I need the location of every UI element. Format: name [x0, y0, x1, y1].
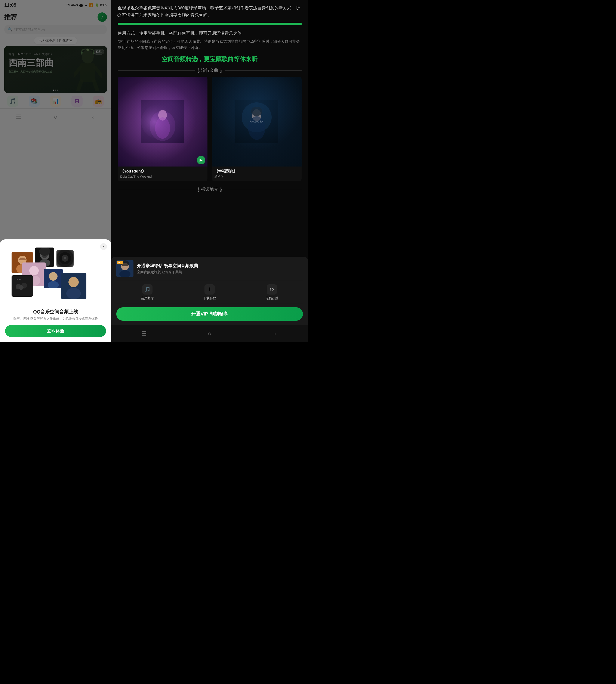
song-cards-row: ▶ 《You Right》 Doja Cat/The Weeknd [118, 77, 302, 181]
song-title-2: 《幸福预兆》 [214, 169, 299, 174]
modal-cta-button[interactable]: 立即体验 [5, 325, 106, 337]
green-divider-bar [118, 23, 302, 25]
section1-title-text: 流行金曲 [201, 68, 218, 73]
svg-text:2CELLOS: 2CELLOS [15, 279, 22, 280]
nav-home-right[interactable]: ○ [203, 327, 216, 340]
song-card-1-image: ▶ [118, 77, 207, 166]
section1-title: 𝄞 流行金曲 𝄞 [197, 68, 222, 73]
svg-point-35 [155, 117, 170, 139]
song-card-2[interactable]: longing for 《幸福预兆》 杨丞琳 [212, 77, 302, 181]
song-card-1[interactable]: ▶ 《You Right》 Doja Cat/The Weeknd [118, 77, 207, 181]
spatial-heading: 空间音频精选，更宝藏歌曲等你来听 [118, 55, 302, 63]
song-title-1: 《You Right》 [120, 169, 205, 174]
song-card-2-info: 《幸福预兆》 杨丞琳 [212, 166, 302, 181]
section-line-right [225, 70, 302, 71]
you-right-art [118, 100, 207, 143]
vip-badge: VIP [117, 261, 123, 265]
svg-point-37 [242, 102, 272, 132]
vip-album-thumbnail: VIP [116, 260, 133, 277]
download-privilege-label: 下载特权 [203, 296, 216, 300]
modal-collage: 2CELLOS [5, 245, 106, 305]
music-note-right: 𝄞 [219, 68, 222, 73]
modal-subtitle: 猫王、席琳·狄翁等经典之作重录，为你带来沉浸式音乐体验 [5, 317, 106, 321]
music-note-2-right: 𝄞 [219, 187, 222, 192]
usage-text: 使用方式：使用智能手机，搭配任何耳机，即可开启沉浸音乐之旅。 [118, 29, 302, 37]
right-panel: ‹ 至现场观众等各色声音均可收入360度球形声场，赋予艺术家和创作者表达自身创意… [111, 0, 308, 342]
vip-feature-2: ⬇ 下载特权 [203, 284, 216, 300]
vip-bottom-sheet: VIP 开通豪华绿钻 畅享空间音频歌曲 空间音频定制版 让你身临其境 🎵 会员曲… [111, 257, 308, 325]
modal-cta-label: 立即体验 [47, 328, 64, 333]
svg-point-40 [251, 107, 262, 116]
music-note-2-left: 𝄞 [197, 187, 200, 192]
modal-overlay: × [0, 0, 111, 342]
music-note-left: 𝄞 [197, 68, 200, 73]
warning-text: *对于声场的空间感（声音的定位）可能因人而异。特别是当感觉到非自然的声场空间感时… [118, 39, 302, 51]
description-text: 至现场观众等各色声音均可收入360度球形声场，赋予艺术家和创作者表达自身创意的新… [118, 5, 300, 18]
section2-line-left [118, 189, 195, 189]
svg-point-29 [68, 277, 79, 287]
lossless-icon: SQ [267, 284, 277, 295]
svg-point-14 [29, 266, 39, 275]
vip-sheet-info: 开通豪华绿钻 畅享空间音频歌曲 空间音频定制版 让你身临其境 [137, 263, 303, 274]
member-library-icon: 🎵 [142, 284, 153, 295]
section2-title-text: 摇滚地带 [201, 186, 218, 192]
section2-title: 𝄞 摇滚地带 𝄞 [197, 186, 222, 192]
vip-sheet-subtitle: 空间音频定制版 让你身临其境 [137, 270, 303, 274]
collage-img-6: 2CELLOS [12, 275, 33, 297]
svg-point-34 [158, 110, 167, 120]
back-arrow-button[interactable]: ‹ [113, 11, 122, 19]
collage-img-7 [61, 273, 86, 299]
lossless-label: 无损音质 [265, 296, 278, 300]
nav-menu-right[interactable]: ☰ [137, 327, 150, 340]
vip-feature-1: 🎵 会员曲库 [141, 284, 154, 300]
collage-img-4 [57, 250, 73, 267]
right-bottom-nav: ☰ ○ ‹ [111, 325, 308, 342]
modal-sheet: × [0, 240, 111, 342]
svg-point-27 [19, 286, 24, 290]
song-card-2-image: longing for [212, 77, 302, 166]
song-artist-1: Doja Cat/The Weeknd [120, 175, 205, 178]
section-line-left [118, 70, 195, 71]
vip-sheet-title: 开通豪华绿钻 畅享空间音频歌曲 [137, 263, 303, 269]
vip-sheet-top: VIP 开通豪华绿钻 畅享空间音频歌曲 空间音频定制版 让你身临其境 [116, 257, 303, 281]
collage-img-5 [44, 269, 63, 288]
song-card-1-info: 《You Right》 Doja Cat/The Weeknd [118, 166, 207, 181]
svg-point-19 [64, 257, 66, 259]
member-library-label: 会员曲库 [141, 296, 154, 300]
song-artist-2: 杨丞琳 [214, 175, 299, 179]
vip-cta-label: 开通VIP 即刻畅享 [191, 311, 228, 317]
svg-point-21 [49, 272, 58, 281]
section2-line-right [225, 189, 302, 189]
svg-point-30 [66, 288, 81, 299]
vip-features-row: 🎵 会员曲库 ⬇ 下载特权 SQ 无损音质 [116, 281, 303, 304]
vip-cta-button[interactable]: 开通VIP 即刻畅享 [116, 307, 303, 321]
modal-title: QQ音乐空间音频上线 [5, 309, 106, 315]
longing-for-text: longing for [216, 119, 297, 124]
top-description: 至现场观众等各色声音均可收入360度球形声场，赋予艺术家和创作者表达自身创意的新… [118, 0, 302, 21]
play-button-1[interactable]: ▶ [197, 156, 205, 164]
vip-spacer [118, 196, 302, 247]
nav-back-right[interactable]: ‹ [269, 327, 282, 340]
section1-header: 𝄞 流行金曲 𝄞 [118, 68, 302, 73]
section2-header: 𝄞 摇滚地带 𝄞 [118, 186, 302, 192]
svg-rect-31 [141, 100, 184, 143]
svg-point-32 [141, 105, 175, 139]
vip-feature-3: SQ 无损音质 [265, 284, 278, 300]
svg-point-33 [150, 111, 175, 141]
left-panel: 11:05 29.4K/s ⬤ ▲ 📶 🔋 89% 推荐 ♪ 🔍 搜索你想找的音… [0, 0, 111, 342]
download-privilege-icon: ⬇ [204, 284, 215, 295]
